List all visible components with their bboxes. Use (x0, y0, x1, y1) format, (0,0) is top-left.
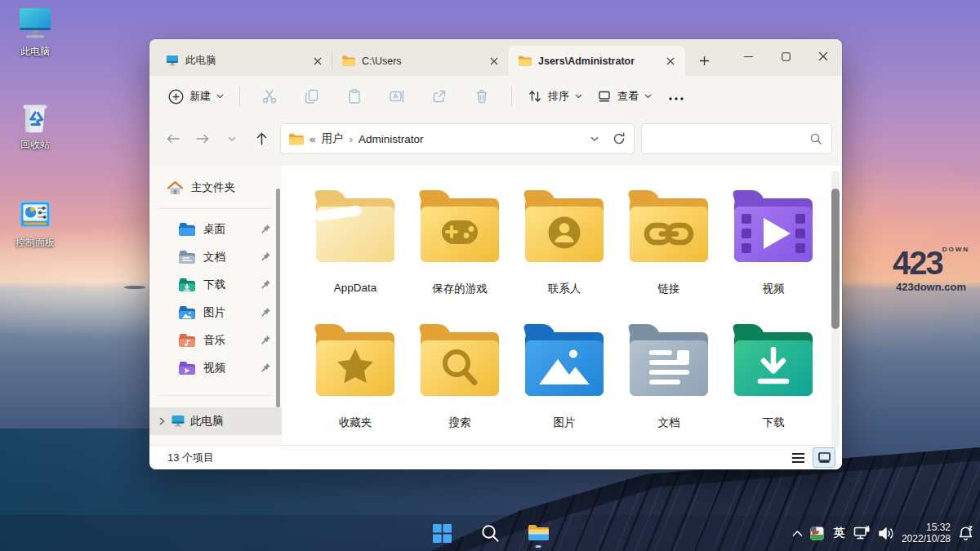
desktop-icon-recycle-bin[interactable]: 回收站 (0, 98, 70, 152)
list-view-icon (792, 453, 804, 463)
breadcrumb-users[interactable]: 用户 (322, 131, 344, 146)
music-folder-icon (179, 334, 195, 347)
file-name: 联系人 (548, 282, 581, 296)
plus-circle-icon (168, 89, 184, 104)
view-button[interactable]: 查看 (590, 83, 659, 109)
chevron-down-icon (575, 94, 582, 99)
forward-button[interactable] (189, 126, 216, 152)
file-saved-games[interactable]: 保存的游戏 (408, 190, 512, 296)
tab-title: 此电脑 (185, 54, 303, 68)
sidebar-item-label: 下载 (203, 278, 225, 292)
sidebar-item-music[interactable]: 音乐 (149, 327, 282, 354)
more-options-button[interactable] (659, 86, 693, 107)
rename-button[interactable] (376, 82, 418, 110)
sidebar-item-home[interactable]: 主文件夹 (149, 174, 282, 202)
tab-this-pc[interactable]: 此电脑 (156, 46, 332, 76)
thumbnail-view-icon (818, 452, 831, 463)
desktop-icon-control-panel[interactable]: 控制面板 (0, 196, 70, 250)
search-input[interactable] (641, 123, 832, 154)
sidebar-item-videos[interactable]: 视频 (149, 354, 282, 382)
taskbar-clock[interactable]: 15:32 2022/10/28 (902, 522, 951, 544)
file-name: 搜索 (449, 415, 471, 430)
file-pictures[interactable]: 图片 (512, 324, 617, 430)
sidebar-item-label: 桌面 (203, 222, 225, 237)
file-name: 链接 (658, 282, 680, 296)
refresh-icon[interactable] (612, 132, 626, 145)
folder-plain-icon (316, 190, 394, 262)
tab-c-users[interactable]: C:\Users (332, 46, 509, 76)
file-downloads[interactable]: 下载 (721, 324, 826, 430)
notification-bell-dnd-icon[interactable] (958, 526, 973, 541)
sidebar-item-this-pc[interactable]: 此电脑 (149, 407, 282, 435)
file-name: 下载 (763, 415, 785, 430)
sidebar-scrollbar[interactable] (276, 189, 280, 407)
taskbar-explorer-button[interactable] (523, 518, 554, 549)
view-icon (597, 89, 612, 104)
tab-close-icon[interactable] (310, 53, 326, 69)
desktop-icon-label: 此电脑 (20, 45, 50, 59)
delete-button[interactable] (461, 82, 503, 110)
file-appdata[interactable]: AppData (303, 190, 408, 296)
tray-overflow-chevron-icon[interactable] (792, 530, 803, 537)
file-name: 收藏夹 (339, 415, 372, 430)
folder-icon (519, 56, 532, 66)
back-button[interactable] (159, 126, 187, 152)
large-icons-view-button[interactable] (813, 447, 835, 468)
tab-close-icon[interactable] (662, 53, 679, 69)
new-button[interactable]: 新建 (161, 83, 231, 110)
expand-chevron-icon[interactable] (158, 417, 166, 425)
sidebar-item-documents[interactable]: 文档 (149, 243, 282, 271)
recent-locations-button[interactable] (218, 126, 246, 152)
file-grid: AppData 保存的游戏 (303, 190, 817, 430)
sidebar-item-pictures[interactable]: 图片 (149, 299, 282, 327)
chevron-down-icon (228, 136, 236, 142)
close-button[interactable] (804, 39, 842, 73)
desktop-icon-this-pc[interactable]: 此电脑 (0, 5, 70, 59)
network-icon[interactable] (853, 526, 871, 540)
folder-icon (289, 133, 304, 145)
content-scrollbar-thumb[interactable] (831, 189, 840, 329)
pin-icon (261, 307, 271, 318)
breadcrumb-collapse[interactable]: « (310, 133, 316, 145)
watermark-4: 423 (893, 247, 942, 279)
share-button[interactable] (418, 82, 461, 110)
ime-language-indicator[interactable]: 英 (831, 526, 846, 540)
tab-administrator[interactable]: Jsers\Administrator (509, 46, 685, 76)
file-name: AppData (334, 282, 377, 294)
file-videos[interactable]: 视频 (721, 190, 826, 296)
minimize-button[interactable] (729, 39, 767, 73)
file-name: 保存的游戏 (432, 282, 488, 296)
volume-icon[interactable] (878, 527, 894, 540)
copy-button[interactable] (291, 82, 333, 110)
breadcrumb-administrator[interactable]: Administrator (359, 133, 424, 145)
paste-button[interactable] (333, 82, 376, 110)
taskbar-search-button[interactable] (474, 518, 506, 549)
monitor-icon (166, 55, 179, 67)
new-tab-button[interactable] (690, 47, 718, 74)
status-bar: 13 个项目 (149, 445, 842, 469)
home-icon (167, 181, 183, 195)
address-dropdown-icon[interactable] (590, 136, 599, 142)
file-favorites[interactable]: 收藏夹 (303, 324, 408, 430)
start-button[interactable] (426, 518, 457, 549)
breadcrumb-separator: › (350, 133, 354, 145)
file-contacts[interactable]: 联系人 (512, 190, 617, 296)
up-button[interactable] (247, 126, 275, 152)
sort-button[interactable]: 排序 (520, 83, 590, 109)
address-bar[interactable]: « 用户 › Administrator (280, 123, 635, 154)
windows-logo-icon (432, 523, 452, 544)
plus-icon (699, 56, 710, 66)
view-toggle-buttons (786, 447, 835, 468)
maximize-button[interactable] (767, 39, 804, 73)
paste-icon (346, 88, 363, 104)
cut-button[interactable] (248, 82, 291, 110)
sidebar-item-downloads[interactable]: 下载 (149, 271, 282, 299)
arrow-up-icon (256, 132, 267, 145)
details-view-button[interactable] (786, 447, 809, 468)
file-searches[interactable]: 搜索 (408, 324, 512, 430)
file-documents[interactable]: 文档 (617, 324, 721, 430)
file-links[interactable]: 链接 (617, 190, 721, 296)
tray-app-icon[interactable] (810, 527, 824, 540)
sidebar-item-desktop[interactable]: 桌面 (149, 216, 282, 243)
tab-close-icon[interactable] (486, 53, 502, 69)
